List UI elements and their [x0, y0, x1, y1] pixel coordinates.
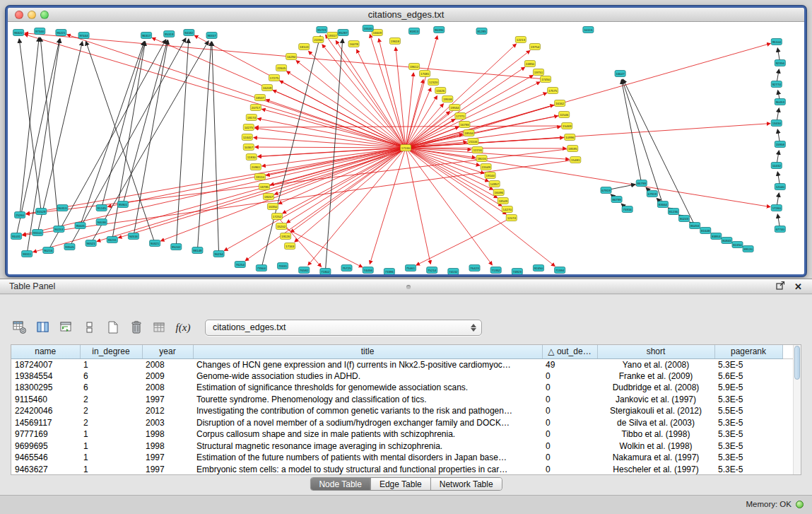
graph-node[interactable]: 11626 — [435, 88, 446, 94]
graph-node[interactable]: 73331 — [278, 263, 288, 269]
graph-node[interactable]: 18103 — [299, 44, 310, 50]
column-header-name[interactable]: name — [11, 345, 80, 358]
window-titlebar[interactable]: citations_edges.txt — [8, 8, 804, 22]
graph-node[interactable]: 74923 — [512, 269, 522, 275]
graph-node[interactable]: 96322 — [13, 30, 24, 36]
graph-node[interactable]: 90153 — [54, 226, 64, 233]
close-panel-icon[interactable]: ✕ — [794, 282, 802, 291]
graph-node[interactable]: 94516 — [128, 233, 139, 240]
graph-node[interactable]: 75214 — [427, 267, 437, 274]
graph-node[interactable]: 96521 — [86, 240, 96, 247]
table-row[interactable]: 2242004622012Investigating the contribut… — [11, 405, 794, 417]
close-window-button[interactable] — [15, 11, 23, 19]
graph-edge[interactable] — [255, 147, 406, 148]
new-table-icon[interactable] — [105, 319, 122, 336]
graph-node[interactable]: 91245 — [96, 205, 107, 211]
graph-node[interactable]: 96317 — [141, 33, 152, 39]
graph-edge[interactable] — [102, 42, 145, 208]
graph-node[interactable]: 75461 — [405, 265, 416, 271]
graph-edge[interactable] — [212, 42, 219, 254]
graph-node[interactable]: 13434 — [771, 120, 782, 127]
table-row[interactable]: 969969511998Structural magnetic resonanc… — [11, 440, 794, 452]
graph-node[interactable]: 17240 — [400, 145, 411, 151]
graph-node[interactable]: 11546 — [559, 112, 570, 118]
graph-node[interactable]: 12213 — [515, 37, 526, 43]
tab-network-table[interactable]: Network Table — [430, 478, 502, 490]
graph-node[interactable]: 18549 — [498, 198, 508, 204]
graph-node[interactable]: 96557 — [206, 33, 217, 39]
graph-node[interactable]: 18534 — [464, 130, 474, 136]
network-view-window[interactable]: citations_edges.txt 17240181031629422605… — [6, 6, 806, 276]
graph-node[interactable]: 92450 — [533, 265, 543, 271]
graph-node[interactable]: 73396 — [384, 269, 394, 275]
graph-edge[interactable] — [357, 49, 406, 148]
graph-node[interactable]: 18537 — [254, 95, 265, 101]
graph-node[interactable]: 19110 — [254, 174, 265, 180]
graph-node[interactable]: 82450 — [732, 242, 743, 248]
graph-node[interactable]: 22049 — [481, 164, 491, 170]
column-header-short[interactable]: short — [597, 345, 714, 358]
graph-edge[interactable] — [19, 39, 41, 211]
graph-node[interactable]: 16162 — [555, 100, 565, 107]
graph-node[interactable]: 81285 — [476, 28, 487, 35]
graph-node[interactable]: 81236 — [668, 209, 678, 215]
graph-node[interactable]: 95901 — [117, 201, 128, 208]
delete-table-icon[interactable] — [128, 319, 145, 336]
float-panel-icon[interactable] — [776, 280, 785, 293]
graph-node[interactable]: 18785 — [259, 184, 269, 190]
graph-node[interactable]: 17771 — [455, 113, 466, 119]
graph-node[interactable]: 71594 — [555, 267, 565, 274]
graph-node[interactable]: 18016 — [476, 156, 487, 162]
graph-node[interactable]: 94036 — [96, 219, 107, 226]
table-row[interactable]: 1872400712008Changes of HCN gene express… — [11, 358, 794, 370]
graph-node[interactable]: 24850 — [524, 61, 535, 67]
tab-edge-table[interactable]: Edge Table — [370, 478, 430, 490]
graph-node[interactable]: 91529 — [36, 209, 47, 215]
graph-edge[interactable] — [194, 35, 406, 148]
table-row[interactable]: 946554611997Estimation of the future num… — [11, 452, 794, 464]
citation-network-graph[interactable]: 1724018103162942260517275162091853720717… — [8, 23, 804, 274]
graph-edge[interactable] — [37, 42, 82, 233]
graph-node[interactable]: 90234 — [213, 251, 224, 257]
graph-node[interactable]: 93505 — [64, 244, 75, 250]
table-row[interactable]: 946362711997Embryonic stem cells: a mode… — [11, 464, 794, 476]
graph-node[interactable]: 95605 — [75, 223, 86, 229]
graph-node[interactable]: 95723 — [317, 27, 327, 33]
graph-edge[interactable] — [25, 33, 546, 79]
graph-node[interactable]: 22605 — [276, 65, 287, 71]
graph-node[interactable]: 12442 — [242, 134, 252, 141]
graph-node[interactable]: 95104 — [771, 39, 782, 45]
graph-node[interactable]: 75725 — [341, 265, 352, 271]
graph-node[interactable]: 15469 — [562, 123, 572, 129]
graph-node[interactable]: 91031 — [11, 233, 22, 240]
graph-node[interactable]: 85287 — [338, 30, 348, 36]
graph-node[interactable]: 16793 — [459, 122, 470, 128]
graph-node[interactable]: 74456 — [363, 267, 373, 274]
table-scrollbar[interactable] — [793, 345, 801, 474]
graph-node[interactable]: 19534 — [449, 105, 460, 111]
graph-node[interactable]: 76582 — [299, 267, 310, 274]
graph-node[interactable]: 11830 — [246, 154, 257, 160]
graph-node[interactable]: 17163 — [285, 243, 295, 250]
graph-edge[interactable] — [295, 148, 406, 242]
graph-edge[interactable] — [325, 39, 342, 271]
graph-edge[interactable] — [406, 76, 533, 148]
graph-node[interactable]: 12074 — [506, 215, 517, 221]
graph-edge[interactable] — [86, 42, 155, 244]
graph-node[interactable]: 12216 — [472, 147, 483, 153]
graph-node[interactable]: 71352 — [490, 267, 501, 274]
graph-edge[interactable] — [416, 218, 512, 265]
graph-edge[interactable] — [197, 42, 211, 250]
graph-edge[interactable] — [296, 61, 406, 148]
graph-node[interactable]: 80843 — [722, 238, 732, 244]
graph-edge[interactable] — [370, 35, 406, 148]
graph-node[interactable]: 76423 — [469, 265, 480, 271]
graph-node[interactable]: 10432 — [771, 163, 782, 169]
graph-node[interactable]: 81648 — [700, 228, 711, 234]
graph-node[interactable]: 67919 — [601, 187, 611, 194]
graph-node[interactable]: 14270 — [502, 206, 512, 213]
graph-node[interactable]: 17575 — [548, 88, 558, 94]
graph-node[interactable]: 21106 — [468, 139, 478, 145]
graph-node[interactable]: 20717 — [250, 105, 261, 111]
table-row[interactable]: 911546021997Tourette syndrome. Phenomeno… — [11, 394, 794, 406]
